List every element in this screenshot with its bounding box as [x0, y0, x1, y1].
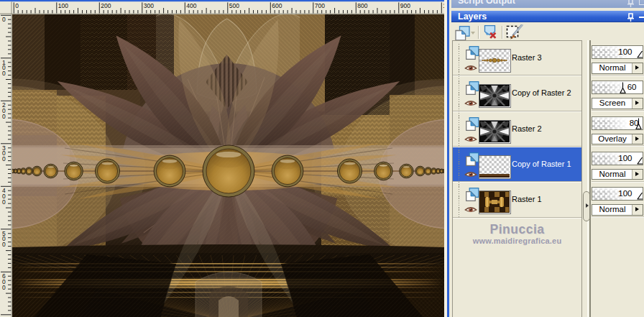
svg-text:400: 400 [186, 2, 196, 9]
svg-text:0: 0 [2, 16, 6, 23]
svg-text:600: 600 [272, 2, 282, 9]
svg-text:800: 800 [357, 2, 367, 9]
svg-text:900: 900 [400, 2, 410, 9]
svg-text:0: 0 [2, 155, 6, 162]
svg-text:0: 0 [2, 284, 6, 291]
svg-text:0: 0 [15, 2, 19, 9]
svg-text:500: 500 [229, 2, 239, 9]
svg-text:0: 0 [2, 198, 6, 206]
svg-text:200: 200 [101, 2, 111, 9]
svg-text:0: 0 [2, 113, 6, 120]
svg-text:100: 100 [58, 2, 68, 9]
svg-text:700: 700 [315, 2, 325, 9]
svg-text:0: 0 [2, 70, 6, 77]
svg-text:0: 0 [2, 241, 6, 248]
svg-text:300: 300 [144, 2, 154, 9]
